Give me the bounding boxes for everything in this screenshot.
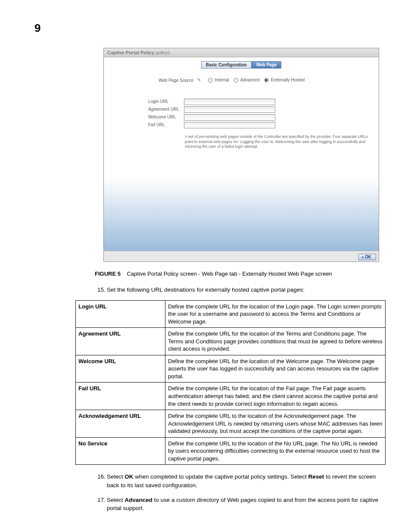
- screenshot-title-bar: Captive Portal Policy policy1: [104, 48, 379, 57]
- desc-cell: Define the complete URL for the location…: [165, 383, 386, 410]
- step-15-num: 15.: [97, 286, 107, 294]
- desc-cell: Define the complete URL for the location…: [165, 300, 386, 328]
- radio-externally-hosted-label: Externally Hosted: [271, 78, 305, 82]
- radio-internal[interactable]: [208, 78, 213, 83]
- ok-button[interactable]: OK: [358, 254, 376, 260]
- fail-url-input[interactable]: [184, 122, 275, 128]
- tab-web-page[interactable]: Web Page: [252, 61, 282, 68]
- table-row: No ServiceDefine the complete URL to the…: [76, 437, 386, 465]
- fail-url-label: Fail URL: [107, 122, 183, 127]
- table-row: Welcome URLDefine the complete URL for t…: [76, 355, 386, 383]
- desc-cell: Define the complete URL to the location …: [165, 410, 386, 438]
- step-17-num: 17.: [97, 496, 107, 504]
- term-cell: Agreement URL: [76, 328, 165, 355]
- screenshot-panel: Captive Portal Policy policy1 Basic Conf…: [103, 48, 379, 262]
- agreement-url-input[interactable]: [184, 106, 275, 113]
- radio-advanced[interactable]: [234, 78, 238, 83]
- step-16-num: 16.: [97, 473, 107, 481]
- url-definitions-table: Login URLDefine the complete URL for the…: [75, 300, 386, 465]
- term-cell: Fail URL: [76, 383, 165, 410]
- screenshot-body: Web Page Source ✎ Internal Advanced Exte…: [104, 70, 379, 251]
- figure-text: Captive Portal Policy screen - Web Page …: [127, 271, 332, 277]
- title-label: Captive Portal Policy: [107, 50, 154, 55]
- welcome-url-label: Welcome URL: [107, 115, 183, 119]
- term-cell: Welcome URL: [76, 355, 165, 383]
- radio-internal-label: Internal: [215, 78, 229, 82]
- radio-externally-hosted[interactable]: [264, 78, 269, 83]
- agreement-url-label: Agreement URL: [107, 107, 183, 112]
- term-cell: No Service: [76, 437, 165, 465]
- figure-label: FIGURE 5: [95, 271, 121, 277]
- step-17: 17.Select Advanced to use a custom direc…: [97, 496, 385, 513]
- table-row: Login URLDefine the complete URL for the…: [76, 300, 386, 328]
- screenshot-footer: OK: [104, 251, 379, 261]
- figure-caption: FIGURE 5 Captive Portal Policy screen - …: [95, 271, 385, 277]
- desc-cell: Define the complete URL for the location…: [165, 328, 386, 355]
- desc-cell: Define the complete URL to the location …: [165, 437, 386, 465]
- login-url-label: Login URL: [107, 99, 183, 104]
- radio-advanced-label: Advanced: [240, 78, 259, 82]
- web-page-source-label: Web Page Source: [107, 78, 193, 83]
- title-value: policy1: [156, 50, 171, 55]
- screenshot-help-text: A set of pre-existing web pages outside …: [185, 134, 375, 149]
- tab-strip: Basic ConfigurationWeb Page: [104, 57, 379, 70]
- term-cell: Acknowledgement URL: [76, 410, 165, 438]
- step-16: 16.Select OK when completed to update th…: [97, 473, 385, 489]
- table-row: Fail URLDefine the complete URL for the …: [76, 383, 386, 410]
- term-cell: Login URL: [76, 300, 165, 328]
- tab-basic-configuration[interactable]: Basic Configuration: [201, 61, 252, 68]
- table-row: Agreement URLDefine the complete URL for…: [76, 328, 386, 355]
- table-row: Acknowledgement URLDefine the complete U…: [76, 410, 386, 438]
- edit-icon[interactable]: ✎: [197, 78, 201, 82]
- desc-cell: Define the complete URL for the location…: [165, 355, 386, 383]
- step-15-text: Set the following URL destinations for e…: [107, 286, 305, 293]
- login-url-input[interactable]: [184, 99, 275, 105]
- welcome-url-input[interactable]: [184, 114, 275, 121]
- chapter-number: 9: [34, 22, 385, 35]
- step-15: 15.Set the following URL destinations fo…: [97, 286, 385, 294]
